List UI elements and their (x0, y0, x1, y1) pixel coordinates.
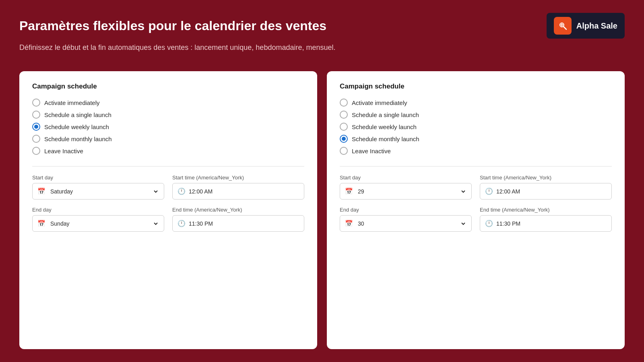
start-day-input-left[interactable]: 📅 Saturday Sunday Monday Tuesday Wednesd… (32, 183, 164, 200)
end-day-label-left: End day (32, 207, 164, 213)
radio-label-activate-immediately-left: Activate immediately (44, 99, 100, 106)
card-left: Campaign schedule Activate immediately S… (19, 71, 317, 349)
end-time-input-left[interactable]: 🕛 11:30 PM (172, 215, 304, 232)
start-time-value-right: 12:00 AM (496, 188, 607, 195)
radio-circle-leave-inactive-left (32, 147, 40, 155)
radio-monthly-launch-right[interactable]: Schedule monthly launch (340, 135, 612, 143)
radio-label-leave-inactive-left: Leave Inactive (44, 148, 83, 154)
radio-leave-inactive-left[interactable]: Leave Inactive (32, 147, 304, 155)
end-day-input-right[interactable]: 📅 30 1234 5678 9101112 13141516 17181920… (340, 215, 472, 232)
radio-circle-weekly-launch-left (32, 123, 40, 131)
start-day-label-right: Start day (340, 175, 472, 181)
field-group-end-day-left: End day 📅 Sunday Saturday Monday Tuesday… (32, 207, 164, 232)
radio-label-activate-immediately-right: Activate immediately (352, 99, 407, 106)
radio-weekly-launch-left[interactable]: Schedule weekly launch (32, 123, 304, 131)
subtitle: Définissez le début et la fin automatiqu… (19, 43, 625, 52)
header-top: Paramètres flexibles pour le calendrier … (19, 13, 625, 39)
card-right: Campaign schedule Activate immediately S… (327, 71, 625, 349)
calendar-icon-start-left: 📅 (37, 187, 45, 195)
start-time-value-left: 12:00 AM (189, 188, 299, 195)
start-time-label-right: Start time (America/New_York) (480, 175, 612, 181)
header: Paramètres flexibles pour le calendrier … (0, 0, 644, 58)
start-time-input-left[interactable]: 🕛 12:00 AM (172, 183, 304, 200)
radio-circle-single-launch-right (340, 111, 348, 119)
end-time-input-right[interactable]: 🕛 11:30 PM (480, 215, 612, 232)
radio-circle-monthly-launch-right (340, 135, 348, 143)
clock-icon-end-left: 🕛 (178, 220, 186, 227)
field-group-start-time-right: Start time (America/New_York) 🕛 12:00 AM (480, 175, 612, 200)
field-group-start-day-right: Start day 📅 29 1234 5678 9101112 1314151… (340, 175, 472, 200)
radio-circle-leave-inactive-right (340, 147, 348, 155)
clock-icon-end-right: 🕛 (485, 220, 493, 227)
radio-circle-activate-immediately-left (32, 99, 40, 107)
fields-row-end-left: End day 📅 Sunday Saturday Monday Tuesday… (32, 207, 304, 232)
radio-single-launch-left[interactable]: Schedule a single launch (32, 111, 304, 119)
field-group-start-time-left: Start time (America/New_York) 🕛 12:00 AM (172, 175, 304, 200)
field-group-start-day-left: Start day 📅 Saturday Sunday Monday Tuesd… (32, 175, 164, 200)
radio-single-launch-right[interactable]: Schedule a single launch (340, 111, 612, 119)
start-day-input-right[interactable]: 📅 29 1234 5678 9101112 13141516 17181920… (340, 183, 472, 200)
calendar-icon-start-right: 📅 (345, 187, 353, 195)
start-time-label-left: Start time (America/New_York) (172, 175, 304, 181)
logo-icon (554, 17, 572, 35)
field-group-end-time-right: End time (America/New_York) 🕛 11:30 PM (480, 207, 612, 232)
start-time-input-right[interactable]: 🕛 12:00 AM (480, 183, 612, 200)
start-day-label-left: Start day (32, 175, 164, 181)
card-left-title: Campaign schedule (32, 82, 304, 90)
calendar-icon-end-right: 📅 (345, 220, 353, 227)
end-day-input-left[interactable]: 📅 Sunday Saturday Monday Tuesday Wednesd… (32, 215, 164, 232)
radio-leave-inactive-right[interactable]: Leave Inactive (340, 147, 612, 155)
divider-right (340, 166, 612, 167)
radio-label-weekly-launch-left: Schedule weekly launch (44, 123, 109, 130)
end-day-select-right[interactable]: 30 1234 5678 9101112 13141516 17181920 2… (356, 220, 466, 227)
radio-circle-activate-immediately-right (340, 99, 348, 107)
end-day-label-right: End day (340, 207, 472, 213)
end-day-select-left[interactable]: Sunday Saturday Monday Tuesday Wednesday… (49, 220, 159, 227)
logo-container: Alpha Sale (547, 13, 625, 39)
radio-label-leave-inactive-right: Leave Inactive (352, 148, 391, 154)
fields-row-start-left: Start day 📅 Saturday Sunday Monday Tuesd… (32, 175, 304, 200)
cards-container: Campaign schedule Activate immediately S… (0, 58, 644, 362)
svg-line-1 (564, 27, 566, 29)
end-time-value-right: 11:30 PM (496, 220, 607, 227)
field-group-end-day-right: End day 📅 30 1234 5678 9101112 13141516 … (340, 207, 472, 232)
radio-monthly-launch-left[interactable]: Schedule monthly launch (32, 135, 304, 143)
fields-row-end-right: End day 📅 30 1234 5678 9101112 13141516 … (340, 207, 612, 232)
radio-weekly-launch-right[interactable]: Schedule weekly launch (340, 123, 612, 131)
radio-label-monthly-launch-left: Schedule monthly launch (44, 136, 112, 142)
divider-left (32, 166, 304, 167)
end-time-label-right: End time (America/New_York) (480, 207, 612, 213)
radio-label-single-launch-right: Schedule a single launch (352, 111, 419, 118)
card-right-title: Campaign schedule (340, 82, 612, 90)
fields-row-start-right: Start day 📅 29 1234 5678 9101112 1314151… (340, 175, 612, 200)
radio-circle-single-launch-left (32, 111, 40, 119)
field-group-end-time-left: End time (America/New_York) 🕛 11:30 PM (172, 207, 304, 232)
radio-label-weekly-launch-right: Schedule weekly launch (352, 123, 417, 130)
radio-activate-immediately-right[interactable]: Activate immediately (340, 99, 612, 107)
calendar-icon-end-left: 📅 (37, 220, 45, 227)
start-day-select-right[interactable]: 29 1234 5678 9101112 13141516 17181920 2… (356, 188, 466, 195)
radio-group-right: Activate immediately Schedule a single l… (340, 99, 612, 155)
radio-circle-weekly-launch-right (340, 123, 348, 131)
radio-group-left: Activate immediately Schedule a single l… (32, 99, 304, 155)
page-title: Paramètres flexibles pour le calendrier … (19, 19, 326, 33)
radio-label-monthly-launch-right: Schedule monthly launch (352, 136, 419, 142)
clock-icon-start-left: 🕛 (178, 187, 186, 195)
end-time-label-left: End time (America/New_York) (172, 207, 304, 213)
radio-label-single-launch-left: Schedule a single launch (44, 111, 111, 118)
end-time-value-left: 11:30 PM (189, 220, 299, 227)
logo-text: Alpha Sale (576, 21, 617, 31)
clock-icon-start-right: 🕛 (485, 187, 493, 195)
radio-activate-immediately-left[interactable]: Activate immediately (32, 99, 304, 107)
radio-circle-monthly-launch-left (32, 135, 40, 143)
start-day-select-left[interactable]: Saturday Sunday Monday Tuesday Wednesday… (49, 188, 159, 195)
